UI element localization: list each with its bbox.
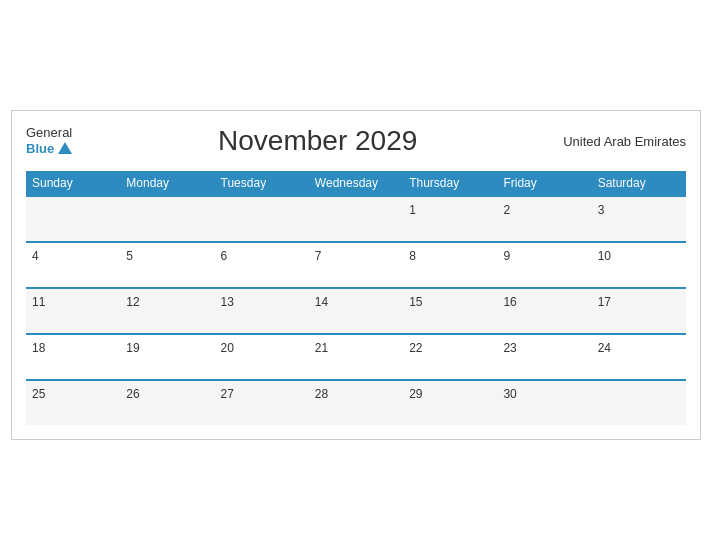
calendar-week-row: 18192021222324 xyxy=(26,334,686,380)
calendar-day-cell: 15 xyxy=(403,288,497,334)
calendar-day-cell: 2 xyxy=(497,196,591,242)
header-thursday: Thursday xyxy=(403,171,497,196)
calendar-day-cell: 19 xyxy=(120,334,214,380)
calendar-day-cell: 10 xyxy=(592,242,686,288)
calendar-table: Sunday Monday Tuesday Wednesday Thursday… xyxy=(26,171,686,425)
calendar-day-cell: 16 xyxy=(497,288,591,334)
header-friday: Friday xyxy=(497,171,591,196)
calendar-day-cell xyxy=(309,196,403,242)
calendar-day-cell: 28 xyxy=(309,380,403,425)
calendar-week-row: 45678910 xyxy=(26,242,686,288)
logo-general-text: General xyxy=(26,126,72,140)
calendar-day-cell: 1 xyxy=(403,196,497,242)
days-header-row: Sunday Monday Tuesday Wednesday Thursday… xyxy=(26,171,686,196)
calendar-day-cell: 8 xyxy=(403,242,497,288)
calendar-day-cell xyxy=(592,380,686,425)
calendar-day-cell: 13 xyxy=(215,288,309,334)
logo-triangle-icon xyxy=(58,142,72,154)
calendar-day-cell: 26 xyxy=(120,380,214,425)
calendar-day-cell: 23 xyxy=(497,334,591,380)
calendar-day-cell: 5 xyxy=(120,242,214,288)
calendar-title: November 2029 xyxy=(72,125,563,157)
logo-blue-text: Blue xyxy=(26,141,72,156)
calendar-day-cell: 11 xyxy=(26,288,120,334)
calendar-header: General Blue November 2029 United Arab E… xyxy=(26,121,686,161)
calendar-container: General Blue November 2029 United Arab E… xyxy=(11,110,701,440)
calendar-day-cell: 20 xyxy=(215,334,309,380)
calendar-day-cell: 12 xyxy=(120,288,214,334)
header-sunday: Sunday xyxy=(26,171,120,196)
calendar-day-cell: 4 xyxy=(26,242,120,288)
calendar-day-cell: 3 xyxy=(592,196,686,242)
calendar-country: United Arab Emirates xyxy=(563,134,686,149)
header-saturday: Saturday xyxy=(592,171,686,196)
calendar-day-cell: 7 xyxy=(309,242,403,288)
calendar-week-row: 123 xyxy=(26,196,686,242)
header-wednesday: Wednesday xyxy=(309,171,403,196)
calendar-day-cell xyxy=(120,196,214,242)
calendar-day-cell: 17 xyxy=(592,288,686,334)
header-tuesday: Tuesday xyxy=(215,171,309,196)
calendar-day-cell: 27 xyxy=(215,380,309,425)
calendar-day-cell: 30 xyxy=(497,380,591,425)
logo-area: General Blue xyxy=(26,126,72,155)
calendar-day-cell: 25 xyxy=(26,380,120,425)
calendar-day-cell: 6 xyxy=(215,242,309,288)
calendar-day-cell: 9 xyxy=(497,242,591,288)
calendar-day-cell: 14 xyxy=(309,288,403,334)
calendar-day-cell xyxy=(215,196,309,242)
calendar-week-row: 11121314151617 xyxy=(26,288,686,334)
calendar-week-row: 252627282930 xyxy=(26,380,686,425)
calendar-day-cell: 22 xyxy=(403,334,497,380)
calendar-day-cell xyxy=(26,196,120,242)
calendar-day-cell: 24 xyxy=(592,334,686,380)
calendar-day-cell: 29 xyxy=(403,380,497,425)
calendar-day-cell: 18 xyxy=(26,334,120,380)
calendar-day-cell: 21 xyxy=(309,334,403,380)
header-monday: Monday xyxy=(120,171,214,196)
